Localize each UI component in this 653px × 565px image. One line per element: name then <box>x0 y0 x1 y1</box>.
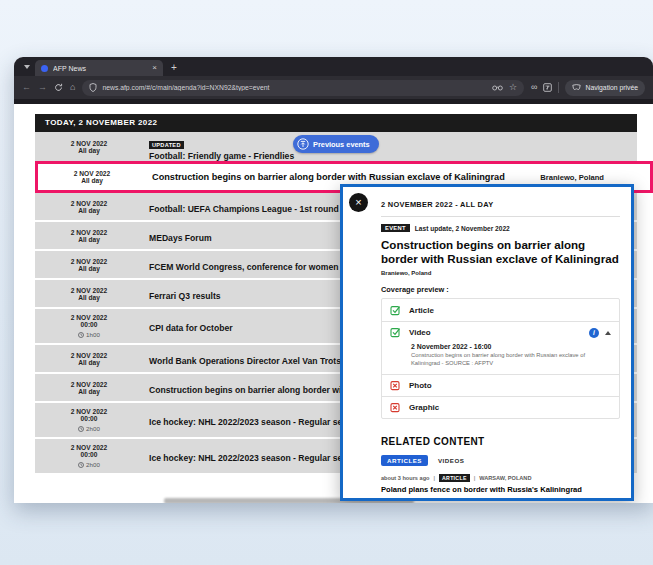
browser-toolbar: ← → ⌂ news.afp.com/#/c/main/agenda?id=NX… <box>14 76 653 99</box>
video-coverage-detail: 2 November 2022 - 16:00 Construction beg… <box>382 343 619 373</box>
event-duration: 2h00 <box>86 461 100 468</box>
event-badge: EVENT <box>381 224 410 232</box>
event-date: 2 NOV 2022 <box>35 314 143 321</box>
related-article-title: Poland plans fence on border with Russia… <box>381 485 620 494</box>
event-time: All day <box>35 265 143 272</box>
last-update-text: Last update, 2 November 2022 <box>415 225 510 232</box>
info-icon[interactable]: i <box>589 328 599 338</box>
browser-window: AFP News × + ← → ⌂ news.afp.com/#/c/main… <box>14 57 653 503</box>
tab-close-icon[interactable]: × <box>152 64 157 72</box>
coverage-list: Article Video i 2 November 2022 - 16:00 … <box>381 298 620 418</box>
event-title: Football: UEFA Champions League - 1st ro… <box>149 204 363 214</box>
private-browsing-badge: Navigation privée <box>565 80 645 96</box>
event-time: 00:00 <box>35 451 143 458</box>
event-duration: 2h00 <box>86 425 100 432</box>
event-location: Braniewo, Poland <box>540 173 604 182</box>
event-date: 2 NOV 2022 <box>35 229 143 236</box>
x-square-icon <box>390 380 401 391</box>
check-square-icon <box>390 327 401 338</box>
related-content-heading: RELATED CONTENT <box>381 436 620 447</box>
event-title: CPI data for October <box>149 323 233 333</box>
arrow-to-top-icon <box>297 138 309 150</box>
event-date: 2 NOV 2022 <box>35 381 143 388</box>
shield-icon <box>89 83 97 92</box>
private-browsing-label: Navigation privée <box>585 84 638 91</box>
event-time: All day <box>35 359 143 366</box>
clock-icon <box>78 332 84 338</box>
previous-events-button[interactable]: Previous events <box>293 135 379 153</box>
event-time: All day <box>35 388 143 395</box>
url-text: news.afp.com/#/c/main/agenda?id=NXN92&ty… <box>102 84 487 91</box>
address-bar[interactable]: news.afp.com/#/c/main/agenda?id=NXN92&ty… <box>82 80 524 96</box>
tab-videos[interactable]: VIDEOS <box>438 457 464 464</box>
chevron-down-icon <box>24 65 30 72</box>
event-title: Construction begins on barrier along bor… <box>146 172 532 182</box>
check-square-icon <box>390 305 401 316</box>
coverage-label: Article <box>409 306 434 315</box>
modal-event-location: Braniewo, Poland <box>381 270 620 276</box>
related-article-item[interactable]: about 3 hours ago | ARTICLE | WARSAW, PO… <box>381 474 620 494</box>
translate-extension-icon[interactable] <box>543 83 552 92</box>
bookmark-star-icon[interactable]: ☆ <box>509 83 517 92</box>
related-time-ago: about 3 hours ago <box>381 475 429 481</box>
event-time: All day <box>35 147 143 154</box>
article-badge: ARTICLE <box>439 474 470 482</box>
event-date: 2 NOV 2022 <box>35 352 143 359</box>
coverage-preview-label: Coverage preview : <box>381 285 620 294</box>
clock-icon <box>78 462 84 468</box>
close-button[interactable]: × <box>349 193 368 212</box>
forward-button[interactable]: → <box>38 83 47 92</box>
event-date: 2 NOV 2022 <box>35 444 143 451</box>
event-time: All day <box>35 236 143 243</box>
event-date: 2 NOV 2022 <box>35 200 143 207</box>
clock-icon <box>78 426 84 432</box>
coverage-row-video[interactable]: Video i <box>382 321 619 343</box>
tab-title: AFP News <box>53 65 147 72</box>
event-time: All day <box>35 294 143 301</box>
previous-events-label: Previous events <box>313 140 370 149</box>
chevron-up-icon[interactable] <box>605 328 611 335</box>
event-date: 2 NOV 2022 <box>35 408 143 415</box>
toolbar-divider <box>558 82 559 93</box>
afp-favicon-icon <box>41 65 48 72</box>
coverage-row-photo[interactable]: Photo <box>382 374 619 396</box>
modal-event-title: Construction begins on barrier along bor… <box>381 238 620 266</box>
reader-glasses-icon[interactable] <box>492 84 503 91</box>
new-tab-button[interactable]: + <box>171 63 177 73</box>
tab-list-button[interactable] <box>19 59 35 74</box>
updated-badge: UPDATED <box>149 141 184 149</box>
coverage-row-article[interactable]: Article <box>382 299 619 321</box>
event-detail-modal: × 2 NOVEMBER 2022 - ALL DAY EVENT Last u… <box>340 184 634 501</box>
modal-date-header: 2 NOVEMBER 2022 - ALL DAY <box>381 196 620 217</box>
event-time: All day <box>35 207 143 214</box>
event-duration: 1h00 <box>86 331 100 338</box>
event-date: 2 NOV 2022 <box>35 140 143 147</box>
private-mask-icon <box>572 84 581 91</box>
event-title: Ferrari Q3 results <box>149 291 221 301</box>
browser-tab-bar: AFP News × + <box>14 57 653 76</box>
browser-tab-afp-news[interactable]: AFP News × <box>35 60 163 76</box>
event-time: All day <box>38 177 146 184</box>
related-location: WARSAW, POLAND <box>479 475 531 481</box>
event-date: 2 NOV 2022 <box>35 287 143 294</box>
coverage-label: Photo <box>409 381 432 390</box>
coverage-label: Graphic <box>409 403 439 412</box>
day-header: TODAY, 2 NOVEMBER 2022 <box>35 114 637 132</box>
reload-button[interactable] <box>54 83 63 92</box>
back-button[interactable]: ← <box>22 83 31 92</box>
event-time: 00:00 <box>35 321 143 328</box>
video-detail-time: 2 November 2022 - 16:00 <box>411 343 611 350</box>
tab-articles[interactable]: ARTICLES <box>381 455 428 466</box>
coverage-label: Video <box>409 328 431 337</box>
event-title: MEDays Forum <box>149 233 212 243</box>
x-square-icon <box>390 402 401 413</box>
coverage-row-graphic[interactable]: Graphic <box>382 396 619 418</box>
link-extension-icon[interactable]: ∞ <box>531 83 537 92</box>
home-button[interactable]: ⌂ <box>70 83 75 92</box>
video-detail-text: Construction begins on barrier along bor… <box>411 351 611 367</box>
event-date: 2 NOV 2022 <box>38 170 146 177</box>
event-date: 2 NOV 2022 <box>35 258 143 265</box>
event-time: 00:00 <box>35 415 143 422</box>
page-content: TODAY, 2 NOVEMBER 2022 2 NOV 2022 All da… <box>14 104 653 503</box>
event-title: Football: Friendly game - Friendlies <box>149 151 637 161</box>
